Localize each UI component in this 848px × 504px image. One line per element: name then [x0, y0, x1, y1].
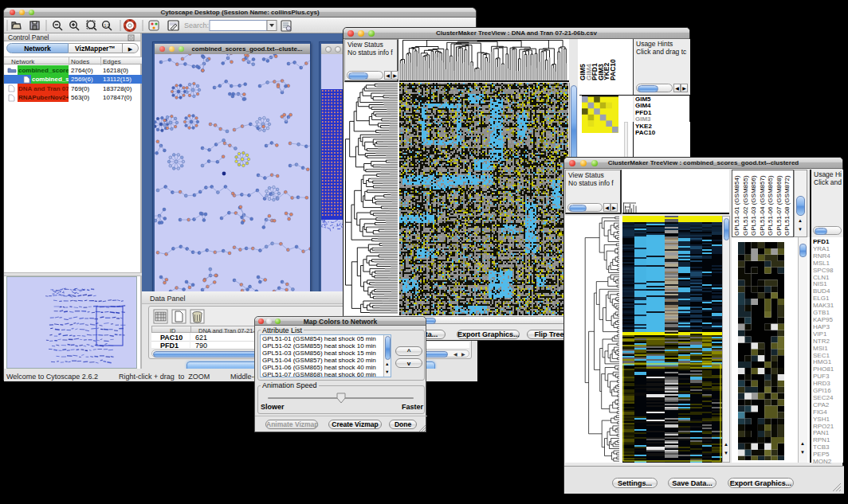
svg-text:GPL51-04 (GSM857): GPL51-04 (GSM857)	[759, 175, 766, 236]
svg-text:GPL51-03 (GSM856): GPL51-03 (GSM856)	[750, 175, 757, 236]
svg-text:GPL51-01 (GSM854): GPL51-01 (GSM854)	[733, 175, 740, 236]
svg-text:GPL51-07 (GSM868): GPL51-07 (GSM868)	[775, 175, 783, 236]
svg-text:PAC10: PAC10	[609, 59, 617, 80]
svg-text:GPL51-08 (GSM872): GPL51-08 (GSM872)	[783, 175, 791, 236]
svg-text:GPL51-02 (GSM855): GPL51-02 (GSM855)	[742, 175, 749, 236]
svg-text:GPL51-06 (GSM865): GPL51-06 (GSM865)	[767, 175, 774, 236]
svg-text:1:1: 1:1	[104, 23, 110, 28]
svg-text:Search:: Search:	[184, 21, 209, 29]
